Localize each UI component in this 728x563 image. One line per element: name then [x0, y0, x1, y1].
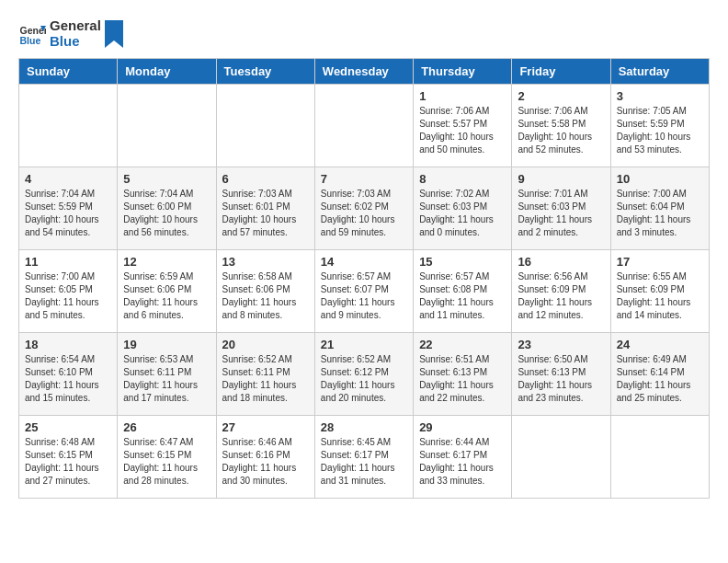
day-info: Sunrise: 6:44 AM Sunset: 6:17 PM Dayligh… [419, 436, 506, 488]
day-number: 23 [518, 338, 604, 351]
day-info: Sunrise: 6:59 AM Sunset: 6:06 PM Dayligh… [123, 270, 210, 322]
calendar-cell: 2Sunrise: 7:06 AM Sunset: 5:58 PM Daylig… [512, 85, 610, 167]
col-header-thursday: Thursday [414, 59, 512, 85]
calendar-cell: 11Sunrise: 7:00 AM Sunset: 6:05 PM Dayli… [19, 250, 118, 333]
day-info: Sunrise: 7:02 AM Sunset: 6:03 PM Dayligh… [419, 188, 506, 239]
col-header-tuesday: Tuesday [216, 59, 314, 85]
day-info: Sunrise: 7:06 AM Sunset: 5:58 PM Dayligh… [518, 105, 604, 156]
day-number: 20 [222, 338, 309, 351]
day-info: Sunrise: 6:47 AM Sunset: 6:15 PM Dayligh… [123, 436, 210, 488]
calendar-cell: 13Sunrise: 6:58 AM Sunset: 6:06 PM Dayli… [216, 250, 314, 333]
logo-arrow-icon [105, 20, 123, 48]
calendar-cell: 21Sunrise: 6:52 AM Sunset: 6:12 PM Dayli… [314, 333, 413, 416]
calendar-cell: 26Sunrise: 6:47 AM Sunset: 6:15 PM Dayli… [118, 416, 216, 499]
logo: General Blue General Blue [18, 18, 123, 49]
calendar-cell: 28Sunrise: 6:45 AM Sunset: 6:17 PM Dayli… [314, 416, 413, 499]
calendar-week-row: 11Sunrise: 7:00 AM Sunset: 6:05 PM Dayli… [19, 250, 710, 333]
logo-blue-text: Blue [50, 34, 101, 50]
day-info: Sunrise: 6:45 AM Sunset: 6:17 PM Dayligh… [321, 436, 407, 488]
day-info: Sunrise: 6:48 AM Sunset: 6:15 PM Dayligh… [25, 436, 111, 488]
col-header-friday: Friday [512, 59, 610, 85]
day-info: Sunrise: 7:03 AM Sunset: 6:02 PM Dayligh… [321, 188, 407, 239]
calendar-cell: 12Sunrise: 6:59 AM Sunset: 6:06 PM Dayli… [118, 250, 216, 333]
day-info: Sunrise: 6:51 AM Sunset: 6:13 PM Dayligh… [419, 353, 506, 405]
day-info: Sunrise: 6:57 AM Sunset: 6:07 PM Dayligh… [321, 270, 407, 322]
calendar-cell: 23Sunrise: 6:50 AM Sunset: 6:13 PM Dayli… [512, 333, 610, 416]
day-number: 4 [25, 172, 111, 186]
day-info: Sunrise: 6:49 AM Sunset: 6:14 PM Dayligh… [617, 353, 703, 405]
calendar-cell [314, 85, 413, 167]
calendar-table: SundayMondayTuesdayWednesdayThursdayFrid… [18, 58, 710, 499]
day-info: Sunrise: 7:06 AM Sunset: 5:57 PM Dayligh… [419, 105, 506, 156]
day-info: Sunrise: 7:00 AM Sunset: 6:05 PM Dayligh… [25, 270, 111, 322]
day-number: 14 [321, 255, 407, 269]
day-number: 15 [419, 255, 506, 269]
calendar-cell: 15Sunrise: 6:57 AM Sunset: 6:08 PM Dayli… [414, 250, 512, 333]
day-number: 25 [25, 420, 111, 434]
calendar-cell: 27Sunrise: 6:46 AM Sunset: 6:16 PM Dayli… [216, 416, 314, 499]
day-number: 22 [419, 338, 506, 351]
col-header-monday: Monday [118, 59, 216, 85]
day-number: 28 [321, 420, 407, 434]
day-info: Sunrise: 6:52 AM Sunset: 6:12 PM Dayligh… [321, 353, 407, 405]
day-number: 2 [518, 89, 604, 103]
col-header-wednesday: Wednesday [314, 59, 413, 85]
calendar-cell: 7Sunrise: 7:03 AM Sunset: 6:02 PM Daylig… [314, 167, 413, 250]
day-number: 9 [518, 172, 604, 186]
day-number: 16 [518, 255, 604, 269]
day-number: 11 [25, 255, 111, 269]
calendar-cell: 29Sunrise: 6:44 AM Sunset: 6:17 PM Dayli… [414, 416, 512, 499]
calendar-cell: 18Sunrise: 6:54 AM Sunset: 6:10 PM Dayli… [19, 333, 118, 416]
logo-general-text: General [50, 18, 101, 34]
day-number: 13 [222, 255, 309, 269]
calendar-cell [118, 85, 216, 167]
day-info: Sunrise: 7:01 AM Sunset: 6:03 PM Dayligh… [518, 188, 604, 239]
day-info: Sunrise: 6:54 AM Sunset: 6:10 PM Dayligh… [25, 353, 111, 405]
day-info: Sunrise: 7:03 AM Sunset: 6:01 PM Dayligh… [222, 188, 309, 239]
calendar-cell: 19Sunrise: 6:53 AM Sunset: 6:11 PM Dayli… [118, 333, 216, 416]
calendar-week-row: 18Sunrise: 6:54 AM Sunset: 6:10 PM Dayli… [19, 333, 710, 416]
calendar-week-row: 1Sunrise: 7:06 AM Sunset: 5:57 PM Daylig… [19, 85, 710, 167]
day-number: 1 [419, 89, 506, 103]
svg-text:Blue: Blue [20, 34, 41, 45]
calendar-week-row: 4Sunrise: 7:04 AM Sunset: 5:59 PM Daylig… [19, 167, 710, 250]
day-info: Sunrise: 6:57 AM Sunset: 6:08 PM Dayligh… [419, 270, 506, 322]
calendar-cell [19, 85, 118, 167]
calendar-cell [610, 416, 709, 499]
day-info: Sunrise: 6:52 AM Sunset: 6:11 PM Dayligh… [222, 353, 309, 405]
day-number: 8 [419, 172, 506, 186]
day-number: 29 [419, 420, 506, 434]
day-number: 26 [123, 420, 210, 434]
day-number: 5 [123, 172, 210, 186]
calendar-cell: 9Sunrise: 7:01 AM Sunset: 6:03 PM Daylig… [512, 167, 610, 250]
calendar-cell: 24Sunrise: 6:49 AM Sunset: 6:14 PM Dayli… [610, 333, 709, 416]
day-info: Sunrise: 7:04 AM Sunset: 6:00 PM Dayligh… [123, 188, 210, 239]
day-info: Sunrise: 6:58 AM Sunset: 6:06 PM Dayligh… [222, 270, 309, 322]
calendar-week-row: 25Sunrise: 6:48 AM Sunset: 6:15 PM Dayli… [19, 416, 710, 499]
day-info: Sunrise: 6:53 AM Sunset: 6:11 PM Dayligh… [123, 353, 210, 405]
day-number: 27 [222, 420, 309, 434]
day-info: Sunrise: 6:50 AM Sunset: 6:13 PM Dayligh… [518, 353, 604, 405]
calendar-cell: 10Sunrise: 7:00 AM Sunset: 6:04 PM Dayli… [610, 167, 709, 250]
day-number: 18 [25, 338, 111, 351]
logo-icon: General Blue [18, 20, 46, 48]
calendar-cell [512, 416, 610, 499]
calendar-cell: 16Sunrise: 6:56 AM Sunset: 6:09 PM Dayli… [512, 250, 610, 333]
day-number: 17 [617, 255, 703, 269]
day-info: Sunrise: 6:56 AM Sunset: 6:09 PM Dayligh… [518, 270, 604, 322]
calendar-cell: 6Sunrise: 7:03 AM Sunset: 6:01 PM Daylig… [216, 167, 314, 250]
svg-marker-3 [105, 20, 123, 48]
day-number: 21 [321, 338, 407, 351]
calendar-cell: 17Sunrise: 6:55 AM Sunset: 6:09 PM Dayli… [610, 250, 709, 333]
calendar-cell: 5Sunrise: 7:04 AM Sunset: 6:00 PM Daylig… [118, 167, 216, 250]
calendar-header-row: SundayMondayTuesdayWednesdayThursdayFrid… [19, 59, 710, 85]
day-number: 10 [617, 172, 703, 186]
day-number: 3 [617, 89, 703, 103]
day-number: 6 [222, 172, 309, 186]
day-info: Sunrise: 7:00 AM Sunset: 6:04 PM Dayligh… [617, 188, 703, 239]
page-header: General Blue General Blue [18, 18, 710, 49]
calendar-cell: 4Sunrise: 7:04 AM Sunset: 5:59 PM Daylig… [19, 167, 118, 250]
calendar-cell: 14Sunrise: 6:57 AM Sunset: 6:07 PM Dayli… [314, 250, 413, 333]
day-info: Sunrise: 7:04 AM Sunset: 5:59 PM Dayligh… [25, 188, 111, 239]
calendar-cell: 20Sunrise: 6:52 AM Sunset: 6:11 PM Dayli… [216, 333, 314, 416]
